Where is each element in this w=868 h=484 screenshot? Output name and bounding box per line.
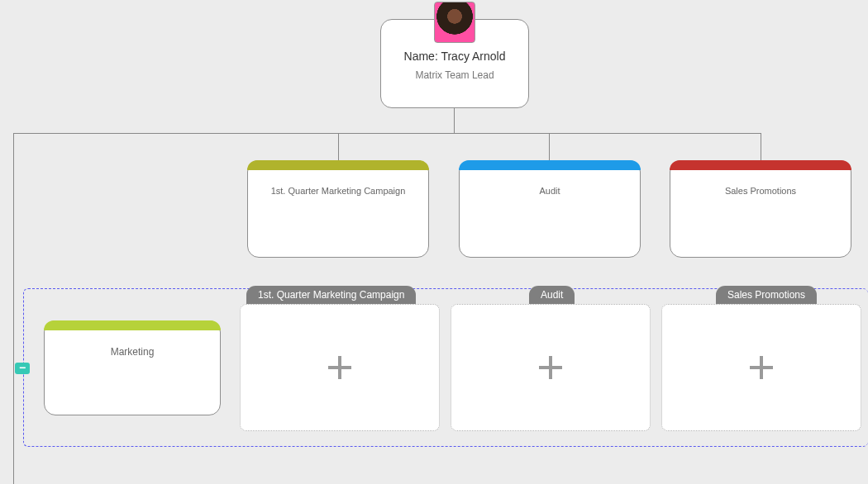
connector (761, 133, 761, 160)
category-node-sales[interactable]: Sales Promotions (670, 160, 851, 258)
category-node-audit[interactable]: Audit (459, 160, 641, 258)
row-cap (44, 320, 221, 330)
connector (549, 133, 550, 160)
connector (454, 108, 455, 133)
matrix-col-header-campaign[interactable]: 1st. Quarter Marketing Campaign (246, 286, 416, 304)
category-cap (247, 160, 429, 170)
matrix-row-label-card[interactable]: Marketing (44, 320, 221, 415)
avatar (434, 2, 475, 43)
category-cap (670, 160, 851, 170)
org-chart-canvas: Name: Tracy Arnold Matrix Team Lead 1st.… (0, 0, 868, 484)
plus-icon (750, 356, 773, 379)
connector (13, 133, 14, 484)
matrix-cell-audit[interactable] (451, 304, 651, 431)
root-role: Matrix Team Lead (381, 69, 528, 81)
matrix-col-header-audit[interactable]: Audit (529, 286, 575, 304)
root-name: Name: Tracy Arnold (381, 50, 528, 63)
matrix-col-header-sales[interactable]: Sales Promotions (716, 286, 817, 304)
category-cap (459, 160, 641, 170)
category-label: Sales Promotions (670, 186, 851, 196)
plus-icon (539, 356, 562, 379)
category-node-campaign[interactable]: 1st. Quarter Marketing Campaign (247, 160, 429, 258)
row-label: Marketing (45, 346, 220, 358)
category-label: Audit (460, 186, 640, 196)
plus-icon (328, 356, 351, 379)
collapse-button[interactable]: − (15, 363, 30, 374)
connector (13, 133, 761, 134)
connector (338, 133, 339, 160)
category-label: 1st. Quarter Marketing Campaign (248, 186, 428, 196)
matrix-cell-campaign[interactable] (240, 304, 440, 431)
matrix-cell-sales[interactable] (661, 304, 861, 431)
